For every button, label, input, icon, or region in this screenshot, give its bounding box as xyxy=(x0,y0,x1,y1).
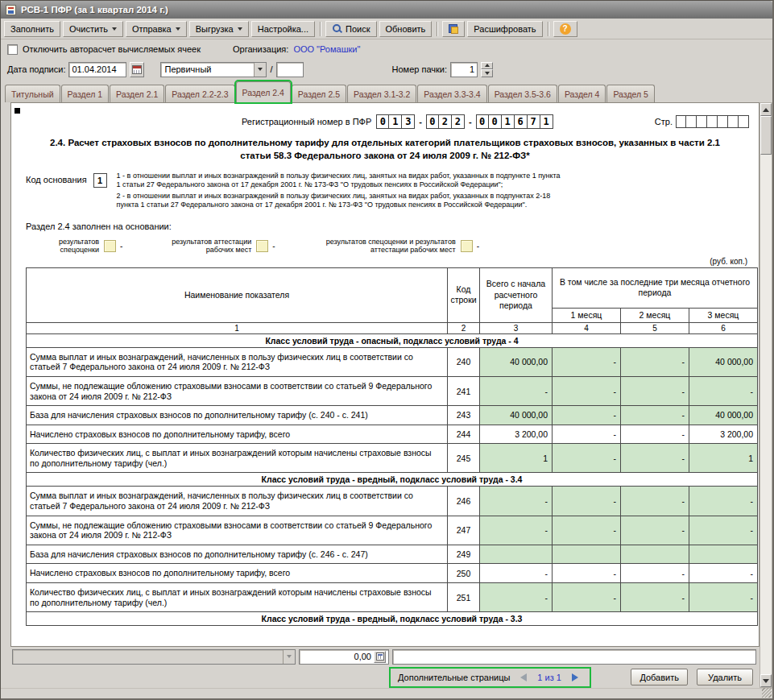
tab-razdel-4[interactable]: Раздел 4 xyxy=(558,85,606,102)
value-cell[interactable]: - xyxy=(480,583,553,612)
basis-option-box[interactable] xyxy=(461,240,473,252)
basis-option-box[interactable] xyxy=(104,240,116,252)
footer-input[interactable] xyxy=(392,649,756,665)
prev-page-button[interactable] xyxy=(516,671,531,684)
decrypt-button[interactable]: Расшифровать xyxy=(467,21,542,37)
value-cell[interactable]: - xyxy=(553,444,621,473)
value-cell[interactable]: - xyxy=(553,347,621,376)
basis-option-box[interactable] xyxy=(256,240,268,252)
value-cell[interactable]: - xyxy=(621,516,689,545)
page-number-cell[interactable] xyxy=(676,115,686,128)
tab-titulny[interactable]: Титульный xyxy=(5,85,60,102)
fill-button[interactable]: Заполнить xyxy=(4,21,60,37)
reg-digit-cell[interactable]: 0 xyxy=(476,114,489,129)
page-number-cell[interactable] xyxy=(707,115,718,128)
tab-razdel-2-5[interactable]: Раздел 2.5 xyxy=(292,85,346,102)
reg-digit-cell[interactable]: 2 xyxy=(439,114,452,129)
refresh-button[interactable]: Обновить xyxy=(379,21,433,37)
organization-link[interactable]: ООО "Ромашки" xyxy=(293,44,360,54)
page-number-cell[interactable] xyxy=(686,115,697,128)
value-cell[interactable]: - xyxy=(689,487,758,516)
reg-digit-cell[interactable]: 7 xyxy=(528,114,540,129)
spinner-down-button[interactable] xyxy=(481,69,493,77)
scroll-up-button[interactable] xyxy=(760,103,772,116)
chevron-down-icon[interactable] xyxy=(254,63,266,77)
reg-digit-cell[interactable]: 2 xyxy=(452,114,465,129)
reg-digit-cell[interactable]: 1 xyxy=(502,114,515,129)
calendar-button[interactable] xyxy=(130,62,144,77)
value-cell[interactable]: 40 000,00 xyxy=(480,406,553,425)
scroll-track[interactable] xyxy=(760,116,772,674)
value-cell[interactable]: - xyxy=(480,376,553,405)
basis-code-value[interactable]: 1 xyxy=(93,173,107,188)
clear-button[interactable]: Очистить xyxy=(63,21,123,37)
tab-razdel-2-4[interactable]: Раздел 2.4 xyxy=(236,81,291,102)
settings-button[interactable]: Настройка... xyxy=(251,21,315,37)
value-cell[interactable]: 40 000,00 xyxy=(480,347,553,376)
value-cell[interactable]: - xyxy=(480,564,553,583)
value-cell[interactable]: - xyxy=(621,487,689,516)
value-cell[interactable]: - xyxy=(621,376,689,405)
tab-razdel-2-2-2-3[interactable]: Раздел 2.2-2.3 xyxy=(165,85,234,102)
reg-digit-cell[interactable]: 1 xyxy=(389,114,402,129)
value-cell[interactable]: - xyxy=(621,564,689,583)
add-button[interactable]: Добавить xyxy=(631,669,688,686)
value-cell[interactable]: - xyxy=(480,487,553,516)
value-cell[interactable]: - xyxy=(689,516,758,545)
value-cell[interactable]: - xyxy=(553,487,621,516)
send-button[interactable]: Отправка xyxy=(126,21,187,37)
value-cell[interactable]: 1 xyxy=(689,444,758,473)
value-cell[interactable]: 3 200,00 xyxy=(480,425,553,444)
tab-razdel-1[interactable]: Раздел 1 xyxy=(61,85,109,102)
vertical-scrollbar[interactable] xyxy=(760,102,772,688)
next-page-button[interactable] xyxy=(568,671,582,684)
autocalc-checkbox[interactable] xyxy=(7,44,18,55)
page-number-cell[interactable] xyxy=(739,115,749,128)
tab-razdel-3-5-3-6[interactable]: Раздел 3.5-3.6 xyxy=(488,85,557,102)
reg-digit-cell[interactable]: 6 xyxy=(515,114,528,129)
reg-digit-cell[interactable]: 0 xyxy=(489,114,502,129)
export-button[interactable]: Выгрузка xyxy=(189,21,249,37)
reg-digit-cell[interactable]: 1 xyxy=(540,114,553,129)
requisites-button[interactable] xyxy=(442,21,465,37)
footer-amount-field[interactable]: 0,00 xyxy=(299,649,389,665)
correction-type-select[interactable]: Первичный xyxy=(160,62,267,77)
sign-date-input[interactable]: 01.04.2014 xyxy=(68,62,126,77)
calculator-button[interactable] xyxy=(374,651,386,663)
chevron-down-icon[interactable] xyxy=(283,650,295,664)
tab-razdel-3-3-3-4[interactable]: Раздел 3.3-3.4 xyxy=(417,85,486,102)
value-cell[interactable]: 40 000,00 xyxy=(689,406,758,425)
value-cell[interactable]: - xyxy=(553,583,621,612)
value-cell[interactable]: 3 200,00 xyxy=(689,425,758,444)
reg-digit-cell[interactable]: 0 xyxy=(376,114,389,129)
value-cell[interactable]: - xyxy=(553,406,621,425)
value-cell[interactable]: 40 000,00 xyxy=(689,347,758,376)
spinner-up-button[interactable] xyxy=(481,62,493,70)
correction-number-input[interactable] xyxy=(276,62,304,77)
scroll-thumb[interactable] xyxy=(760,116,772,155)
reg-digit-cell[interactable]: 0 xyxy=(426,114,439,129)
value-cell[interactable] xyxy=(621,545,689,564)
value-cell[interactable] xyxy=(689,545,758,564)
value-cell[interactable] xyxy=(480,545,553,564)
page-number-cell[interactable] xyxy=(728,115,739,128)
resize-grip[interactable] xyxy=(762,688,772,698)
tab-razdel-3-1-3-2[interactable]: Раздел 3.1-3.2 xyxy=(347,85,416,102)
value-cell[interactable]: - xyxy=(621,444,689,473)
value-cell[interactable] xyxy=(553,545,621,564)
page-number-cell[interactable] xyxy=(718,115,728,128)
value-cell[interactable]: - xyxy=(553,425,621,444)
value-cell[interactable]: - xyxy=(553,516,621,545)
value-cell[interactable]: - xyxy=(689,564,758,583)
tab-razdel-5[interactable]: Раздел 5 xyxy=(606,85,654,102)
footer-combo[interactable] xyxy=(12,649,296,665)
value-cell[interactable]: - xyxy=(689,583,758,612)
value-cell[interactable]: - xyxy=(553,564,621,583)
page-number-cell[interactable] xyxy=(697,115,707,128)
scroll-down-button[interactable] xyxy=(760,674,772,687)
help-button[interactable]: ? xyxy=(553,21,577,37)
search-button[interactable]: Поиск xyxy=(325,21,376,37)
value-cell[interactable]: - xyxy=(553,376,621,405)
value-cell[interactable]: - xyxy=(621,406,689,425)
value-cell[interactable]: - xyxy=(621,583,689,612)
